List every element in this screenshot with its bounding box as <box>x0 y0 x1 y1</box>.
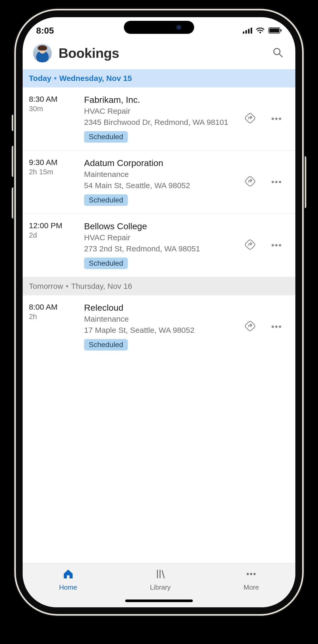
booking-address: 273 2nd St, Redmond, WA 98051 <box>84 244 239 254</box>
search-icon <box>272 47 283 59</box>
booking-address: 17 Maple St, Seattle, WA 98052 <box>84 325 239 336</box>
booking-service: Maintenance <box>84 169 239 180</box>
booking-service: HVAC Repair <box>84 106 239 117</box>
more-button[interactable]: ••• <box>269 319 284 334</box>
tab-label: Home <box>59 583 77 591</box>
booking-row[interactable]: 8:30 AM 30m Fabrikam, Inc. HVAC Repair 2… <box>23 87 295 151</box>
directions-button[interactable] <box>242 174 258 190</box>
status-icons <box>243 27 282 34</box>
home-indicator[interactable] <box>125 600 193 602</box>
directions-icon <box>244 112 256 125</box>
battery-icon <box>268 27 282 34</box>
directions-icon <box>244 239 256 252</box>
library-icon <box>154 568 166 582</box>
tab-label: Library <box>150 583 170 591</box>
booking-service: HVAC Repair <box>84 232 239 243</box>
svg-point-8 <box>274 48 280 55</box>
svg-rect-0 <box>243 31 244 34</box>
phone-volume-up <box>12 146 15 177</box>
svg-point-4 <box>259 32 261 33</box>
bookings-list[interactable]: Today • Wednesday, Nov 15 8:30 AM 30m Fa… <box>23 69 295 607</box>
booking-time: 8:00 AM <box>29 303 81 311</box>
booking-duration: 2h <box>29 313 81 321</box>
directions-icon <box>244 320 256 333</box>
svg-point-19 <box>253 573 256 575</box>
booking-duration: 2h 15m <box>29 168 81 176</box>
phone-mute-switch <box>12 114 15 131</box>
booking-time: 8:30 AM <box>29 95 81 104</box>
more-button[interactable]: ••• <box>269 237 284 253</box>
svg-line-9 <box>279 54 282 57</box>
booking-address: 2345 Birchwood Dr, Redmond, WA 98101 <box>84 117 239 128</box>
directions-button[interactable] <box>242 111 258 126</box>
tab-label: More <box>244 583 259 591</box>
booking-time: 12:00 PM <box>29 221 81 230</box>
svg-rect-6 <box>269 28 279 33</box>
section-label: Tomorrow <box>29 282 63 291</box>
section-label: Today <box>29 74 51 83</box>
section-header-today: Today • Wednesday, Nov 15 <box>23 69 295 87</box>
tab-more[interactable]: More <box>244 568 259 591</box>
status-badge: Scheduled <box>84 339 128 350</box>
more-icon <box>245 568 257 582</box>
booking-time: 9:30 AM <box>29 158 81 167</box>
phone-frame: 8:05 Bookings <box>16 10 302 614</box>
booking-row[interactable]: 9:30 AM 2h 15m Adatum Corporation Mainte… <box>23 151 295 214</box>
section-date: Thursday, Nov 16 <box>71 282 132 291</box>
booking-row[interactable]: 12:00 PM 2d Bellows College HVAC Repair … <box>23 214 295 277</box>
booking-address: 54 Main St, Seattle, WA 98052 <box>84 180 239 191</box>
section-date: Wednesday, Nov 15 <box>59 74 132 83</box>
phone-notch <box>124 21 194 34</box>
screen: 8:05 Bookings <box>23 17 295 607</box>
search-button[interactable] <box>271 46 285 60</box>
status-time: 8:05 <box>36 25 54 36</box>
svg-rect-13 <box>245 321 256 331</box>
wifi-icon <box>256 27 265 34</box>
svg-rect-12 <box>245 239 256 250</box>
more-icon: ••• <box>271 177 282 187</box>
directions-icon <box>244 175 256 188</box>
svg-rect-7 <box>281 29 282 31</box>
more-icon: ••• <box>271 240 282 250</box>
section-header-tomorrow: Tomorrow • Thursday, Nov 16 <box>23 277 295 295</box>
home-icon <box>62 568 74 582</box>
svg-rect-10 <box>245 113 256 124</box>
booking-company: Relecloud <box>84 303 239 313</box>
separator-dot: • <box>66 282 69 291</box>
booking-service: Maintenance <box>84 314 239 324</box>
status-badge: Scheduled <box>84 194 128 206</box>
svg-rect-1 <box>245 30 247 34</box>
svg-point-18 <box>250 573 252 575</box>
svg-rect-2 <box>248 29 250 34</box>
svg-rect-3 <box>251 28 252 34</box>
booking-duration: 30m <box>29 105 81 113</box>
page-title: Bookings <box>59 45 119 61</box>
more-icon: ••• <box>271 114 282 124</box>
status-badge: Scheduled <box>84 131 128 143</box>
app-header: Bookings <box>23 38 295 69</box>
tab-home[interactable]: Home <box>59 568 77 591</box>
avatar[interactable] <box>33 44 52 62</box>
more-button[interactable]: ••• <box>269 111 284 126</box>
svg-line-16 <box>162 571 164 578</box>
phone-volume-down <box>12 187 15 219</box>
booking-row[interactable]: 8:00 AM 2h Relecloud Maintenance 17 Mapl… <box>23 295 295 358</box>
booking-company: Bellows College <box>84 221 239 231</box>
more-icon: ••• <box>271 322 282 332</box>
directions-button[interactable] <box>242 319 258 334</box>
tab-library[interactable]: Library <box>150 568 170 591</box>
cellular-icon <box>243 27 252 34</box>
more-button[interactable]: ••• <box>269 174 284 190</box>
phone-power-button <box>303 156 306 208</box>
directions-button[interactable] <box>242 237 258 253</box>
svg-point-17 <box>247 573 249 575</box>
separator-dot: • <box>54 74 57 83</box>
status-badge: Scheduled <box>84 258 128 269</box>
booking-duration: 2d <box>29 231 81 239</box>
booking-company: Fabrikam, Inc. <box>84 95 239 105</box>
svg-rect-11 <box>245 176 256 187</box>
booking-company: Adatum Corporation <box>84 158 239 168</box>
